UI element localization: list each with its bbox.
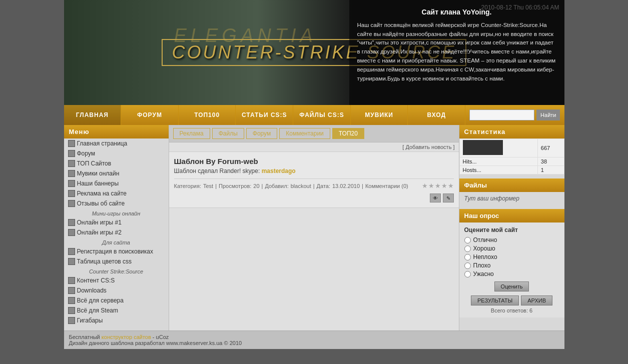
sidebar-icon: [68, 200, 75, 207]
poll-vote-button[interactable]: Оценить: [494, 282, 529, 292]
sidebar-item-steam-stuff[interactable]: Всё для Steam: [64, 306, 169, 316]
main-layout: Меню Главная страница Форум ТОП Сайтов М…: [64, 125, 564, 330]
poll-radio-terrible[interactable]: [464, 271, 471, 278]
tab-forum[interactable]: Форум: [246, 128, 277, 139]
intro-text: Наш сайт посвящён великой геймерской игр…: [357, 21, 556, 84]
nav-files[interactable]: ФАЙЛЫ CS:S: [293, 105, 351, 125]
sidebar-item-search-registration[interactable]: Регистрация в поисковиках: [64, 246, 169, 256]
news-category: Test: [203, 183, 213, 189]
poll-secondary-buttons: РЕЗУЛЬТАТЫ АРХИВ: [464, 296, 559, 306]
news-author: blackout: [291, 183, 311, 189]
star-rating: ★ ★ ★ ★ ★: [422, 182, 454, 190]
poll-radio-good[interactable]: [464, 246, 471, 252]
stats-row-ucoz: 667: [459, 139, 564, 158]
poll-content: Оцените мой сайт Отлично Хорошо Неплохо …: [459, 222, 564, 318]
sidebar-icon: [68, 287, 75, 294]
sidebar-item-advertising[interactable]: Реклама на сайте: [64, 188, 169, 198]
sidebar-label-movies-online: Мувики онлайн: [77, 170, 120, 177]
sidebar-label-css-colors: Таблица цветов css: [77, 258, 132, 265]
add-news-link[interactable]: [ Добавить новость ]: [402, 144, 454, 150]
sidebar-label-online-games-1: Онлайн игры #1: [77, 219, 122, 226]
sidebar-item-server-stuff[interactable]: Всё для сервера: [64, 296, 169, 306]
nav-movies[interactable]: МУВИКИ: [351, 105, 408, 125]
poll-radio-excellent[interactable]: [464, 237, 471, 244]
footer-constructor-link[interactable]: конструктор сайтов: [102, 334, 153, 340]
sidebar-item-gigabars[interactable]: Гигабары: [64, 316, 169, 326]
news-author-label: Добавил:: [265, 183, 288, 189]
files-header: Файлы: [459, 178, 564, 192]
search-input[interactable]: [469, 110, 534, 120]
sidebar-label-main-page: Главная страница: [77, 140, 128, 147]
nav-articles[interactable]: СТАТЬИ CS:S: [236, 105, 293, 125]
sidebar-label-forum: Форум: [77, 150, 95, 157]
poll-label-good: Хорошо: [473, 245, 495, 252]
sidebar-icon: [68, 190, 75, 197]
sidebar-section-mini-games: Мини-игры онлайн: [64, 208, 169, 218]
stats-img-cell: [459, 139, 537, 158]
star-4: ★: [441, 182, 447, 190]
tab-comments[interactable]: Комментарии: [279, 128, 330, 139]
poll-option-notbad: Неплохо: [464, 254, 559, 260]
nav-home[interactable]: ГЛАВНАЯ: [64, 105, 122, 125]
sidebar-item-css-content[interactable]: Контент CS:S: [64, 276, 169, 286]
header: 2010-08-12 Thu 06:05:04 AM ELEGANTIA Cou…: [64, 0, 564, 105]
news-skype-link[interactable]: masterdago: [262, 168, 296, 174]
nav-forum[interactable]: ФОРУМ: [121, 105, 179, 125]
sidebar-icon: [68, 307, 75, 314]
stats-value-hosts: 1: [537, 166, 564, 174]
news-action-eye[interactable]: 👁: [430, 194, 441, 202]
sidebar-item-movies-online[interactable]: Мувики онлайн: [64, 168, 169, 178]
sidebar-item-online-games-1[interactable]: Онлайн игры #1: [64, 218, 169, 228]
stats-row-hits: Hits... 38: [459, 158, 564, 166]
sidebar-icon: [68, 180, 75, 187]
clan-title: Сайт клана YoYoing.: [357, 7, 556, 18]
stats-value-ucoz: 667: [537, 139, 564, 158]
star-5: ★: [448, 182, 454, 190]
sidebar-item-banners[interactable]: Наши баннеры: [64, 178, 169, 188]
sidebar-item-top-sites[interactable]: ТОП Сайтов: [64, 158, 169, 168]
sidebar-icon: [68, 160, 75, 167]
poll-radio-bad[interactable]: [464, 262, 471, 269]
poll-results-button[interactable]: РЕЗУЛЬТАТЫ: [471, 296, 519, 306]
poll-radio-notbad[interactable]: [464, 254, 471, 260]
nav-login[interactable]: ВХОД: [408, 105, 465, 125]
sidebar-label-css-content: Контент CS:S: [77, 277, 115, 284]
sidebar-item-downloads[interactable]: Downloads: [64, 286, 169, 296]
nav-search-area: Найти: [465, 105, 564, 125]
sidebar-item-online-games-2[interactable]: Онлайн игры #2: [64, 228, 169, 238]
poll-total: Всего ответов: 6: [464, 308, 559, 314]
search-button[interactable]: Найти: [536, 110, 560, 120]
tab-ads[interactable]: Реклама: [173, 128, 210, 139]
sidebar-label-banners: Наши баннеры: [77, 180, 119, 187]
news-actions: 👁 ✎: [174, 194, 454, 202]
star-3: ★: [435, 182, 441, 190]
news-item: Шаблон By Forum-web Шаблон сделал Rander…: [169, 152, 459, 208]
news-action-edit[interactable]: ✎: [443, 194, 454, 202]
poll-option-bad: Плохо: [464, 262, 559, 269]
sidebar-label-steam-stuff: Всё для Steam: [77, 307, 119, 314]
sidebar-item-main-page[interactable]: Главная страница: [64, 138, 169, 148]
sidebar-icon: [68, 219, 75, 226]
tab-top20[interactable]: ТОП20: [332, 128, 364, 139]
sidebar-item-reviews[interactable]: Отзывы об сайте: [64, 198, 169, 208]
sidebar: Меню Главная страница Форум ТОП Сайтов М…: [64, 125, 169, 330]
sidebar-icon: [68, 170, 75, 177]
stats-header: Статистика: [459, 125, 564, 138]
sidebar-icon: [68, 277, 75, 284]
poll-label-terrible: Ужасно: [473, 270, 494, 278]
tab-files[interactable]: Файлы: [212, 128, 244, 139]
star-1: ★: [422, 182, 428, 190]
poll-option-good: Хорошо: [464, 245, 559, 252]
stats-label-hits: Hits...: [459, 158, 537, 166]
nav-top100[interactable]: ТОП100: [179, 105, 236, 125]
sidebar-icon: [68, 317, 75, 324]
footer-constructor-text: конструктор сайтов: [102, 334, 151, 340]
sidebar-item-forum[interactable]: Форум: [64, 148, 169, 158]
poll-option-excellent: Отлично: [464, 236, 559, 244]
sidebar-icon: [68, 229, 75, 236]
sidebar-label-reviews: Отзывы об сайте: [77, 200, 125, 207]
sidebar-label-gigabars: Гигабары: [77, 317, 103, 324]
sidebar-item-css-colors[interactable]: Таблица цветов css: [64, 256, 169, 266]
right-panel: Статистика 667 Hits... 38 Hosts... 1 Фай…: [459, 125, 564, 330]
poll-archive-button[interactable]: АРХИВ: [521, 296, 552, 306]
